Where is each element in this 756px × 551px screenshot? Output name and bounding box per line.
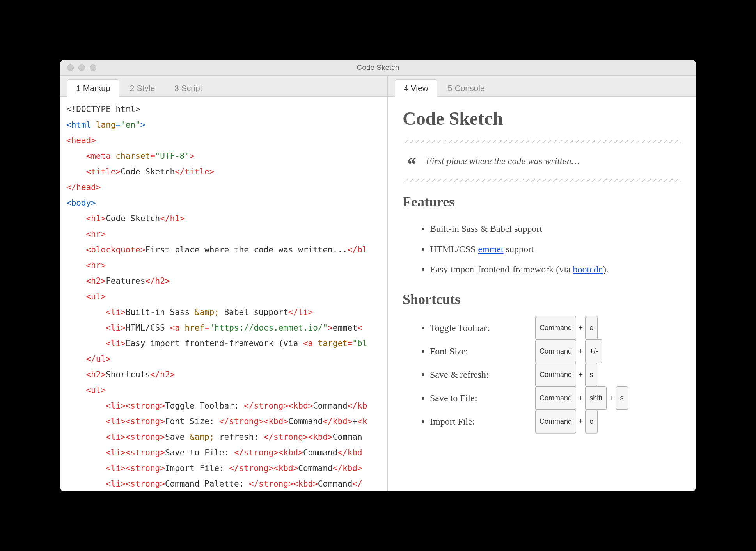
- tab-label: Console: [455, 84, 485, 92]
- code-line[interactable]: <li>Easy import frontend-framework (via …: [66, 336, 381, 351]
- plus-separator: +: [579, 364, 583, 385]
- code-line[interactable]: <li><strong>Command Palette: </strong><k…: [66, 476, 381, 491]
- code-line[interactable]: </ul>: [66, 351, 381, 367]
- editor-tabbar: 1Markup2Style3Script: [60, 76, 387, 97]
- shortcuts-heading: Shortcuts: [403, 291, 681, 307]
- features-heading: Features: [403, 194, 681, 210]
- close-icon[interactable]: [67, 64, 74, 71]
- list-item: Easy import frontend-framework (via boot…: [430, 259, 681, 279]
- code-line[interactable]: <li><strong>Save &amp; refresh: </strong…: [66, 429, 381, 445]
- list-item: Import File:Command+o: [430, 410, 681, 433]
- window-title: Code Sketch: [60, 63, 696, 72]
- code-line[interactable]: <!DOCTYPE html>: [66, 101, 381, 117]
- code-line[interactable]: <h1>Code Sketch</h1>: [66, 211, 381, 226]
- preview-pane: 4View5Console Code Sketch First place wh…: [388, 76, 696, 491]
- kbd-key: e: [585, 316, 598, 339]
- code-line[interactable]: <ul>: [66, 382, 381, 398]
- tab-number: 1: [76, 84, 81, 92]
- code-line[interactable]: </head>: [66, 180, 381, 195]
- code-line[interactable]: <h2>Features</h2>: [66, 273, 381, 289]
- tab-number: 3: [174, 84, 179, 92]
- code-line[interactable]: <hr>: [66, 226, 381, 242]
- kbd-key: Command: [535, 386, 576, 410]
- preview-h1: Code Sketch: [403, 108, 681, 129]
- code-line[interactable]: <li>HTML/CSS <a href="https://docs.emmet…: [66, 320, 381, 336]
- traffic-lights: [60, 64, 96, 71]
- tab-number: 2: [130, 84, 135, 92]
- code-line[interactable]: <li><strong>Font Size: </strong><kbd>Com…: [66, 414, 381, 429]
- shortcut-label: Toggle Toolbar:: [430, 318, 535, 338]
- code-line[interactable]: <blockquote>First place where the code w…: [66, 242, 381, 258]
- code-line[interactable]: <title>Code Sketch</title>: [66, 164, 381, 180]
- tab-label: Markup: [83, 84, 110, 92]
- shortcut-label: Font Size:: [430, 341, 535, 361]
- tab-style[interactable]: 2Style: [121, 79, 164, 97]
- code-line[interactable]: <meta charset="UTF-8">: [66, 148, 381, 164]
- tab-markup[interactable]: 1Markup: [67, 79, 119, 97]
- tab-label: Script: [181, 84, 202, 92]
- code-line[interactable]: <head>: [66, 133, 381, 148]
- kbd-key: s: [616, 386, 628, 410]
- code-line[interactable]: <li><strong>Import File: </strong><kbd>C…: [66, 460, 381, 476]
- minimize-icon[interactable]: [78, 64, 85, 71]
- preview-content: Code Sketch First place where the code w…: [388, 97, 696, 491]
- list-item: Font Size:Command++/-: [430, 339, 681, 363]
- list-item: Toggle Toolbar:Command+e: [430, 316, 681, 339]
- preview-link[interactable]: bootcdn: [573, 264, 603, 274]
- plus-separator: +: [579, 341, 583, 361]
- plus-separator: +: [579, 411, 583, 432]
- shortcuts-list: Toggle Toolbar:Command+eFont Size:Comman…: [403, 316, 681, 433]
- code-line[interactable]: <ul>: [66, 289, 381, 304]
- tab-label: Style: [137, 84, 155, 92]
- tab-view[interactable]: 4View: [395, 79, 437, 97]
- code-line[interactable]: <h2>Shortcuts</h2>: [66, 367, 381, 382]
- code-line[interactable]: <li>Built-in Sass &amp; Babel support</l…: [66, 304, 381, 320]
- kbd-key: o: [585, 410, 598, 433]
- features-list: Built-in Sass & Babel supportHTML/CSS em…: [403, 219, 681, 279]
- kbd-key: shift: [585, 386, 607, 410]
- tab-console[interactable]: 5Console: [439, 79, 494, 97]
- code-line[interactable]: <hr>: [66, 258, 381, 273]
- code-line[interactable]: <li><strong>Save to File: </strong><kbd>…: [66, 445, 381, 460]
- plus-separator: +: [579, 388, 583, 408]
- kbd-key: Command: [535, 339, 576, 363]
- tab-number: 4: [404, 84, 408, 92]
- kbd-key: s: [585, 363, 597, 386]
- tab-label: View: [411, 84, 428, 92]
- divider: [403, 179, 681, 182]
- plus-separator: +: [609, 388, 613, 408]
- list-item: Save to File:Command+shift+s: [430, 386, 681, 410]
- tab-script[interactable]: 3Script: [165, 79, 211, 97]
- plus-separator: +: [579, 318, 583, 338]
- list-item: Built-in Sass & Babel support: [430, 219, 681, 239]
- shortcut-label: Import File:: [430, 411, 535, 432]
- kbd-key: Command: [535, 316, 576, 339]
- split-body: 1Markup2Style3Script <!DOCTYPE html><htm…: [60, 76, 696, 491]
- code-line[interactable]: <li><strong>Toggle Toolbar: </strong><kb…: [66, 398, 381, 414]
- tab-number: 5: [448, 84, 453, 92]
- code-editor[interactable]: <!DOCTYPE html><html lang="en"><head> <m…: [60, 97, 387, 491]
- kbd-key: +/-: [585, 339, 602, 363]
- divider: [403, 140, 681, 143]
- titlebar: Code Sketch: [60, 60, 696, 76]
- kbd-key: Command: [535, 363, 576, 386]
- zoom-icon[interactable]: [90, 64, 96, 71]
- preview-quote: First place where the code was written…: [403, 150, 681, 172]
- code-line[interactable]: <html lang="en">: [66, 117, 381, 133]
- editor-pane: 1Markup2Style3Script <!DOCTYPE html><htm…: [60, 76, 388, 491]
- shortcut-label: Save to File:: [430, 388, 535, 408]
- list-item: Save & refresh:Command+s: [430, 363, 681, 386]
- preview-link[interactable]: emmet: [478, 244, 503, 254]
- shortcut-label: Save & refresh:: [430, 364, 535, 385]
- preview-tabbar: 4View5Console: [388, 76, 696, 97]
- list-item: HTML/CSS emmet support: [430, 239, 681, 259]
- app-window: Code Sketch 1Markup2Style3Script <!DOCTY…: [60, 60, 696, 491]
- code-line[interactable]: <body>: [66, 195, 381, 211]
- kbd-key: Command: [535, 410, 576, 433]
